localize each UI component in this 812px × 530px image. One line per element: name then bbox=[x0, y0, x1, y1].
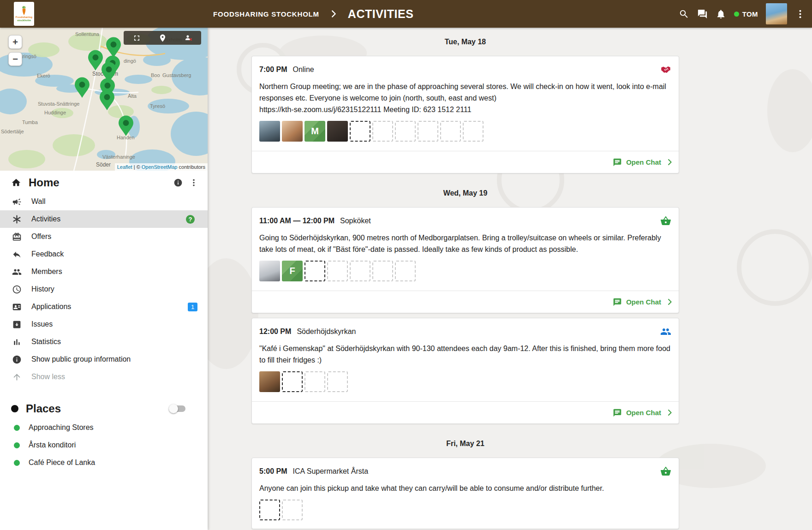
app-root: Foodsharing stockholm FOODSHARING STOCKH… bbox=[0, 0, 812, 530]
place-status-dot bbox=[14, 460, 20, 466]
sidebar-item-label: Issues bbox=[31, 320, 53, 328]
activity-description: Going to Söderhöjdskyrkan, 900 metres no… bbox=[252, 226, 679, 255]
map-label: Huddinge bbox=[44, 110, 66, 115]
people-icon bbox=[12, 267, 23, 277]
app-logo[interactable]: Foodsharing stockholm bbox=[14, 2, 34, 26]
sidebar-item-feedback[interactable]: Feedback bbox=[0, 245, 208, 263]
map-user-marker-button[interactable] bbox=[184, 34, 193, 42]
empty-slot[interactable] bbox=[372, 121, 393, 142]
join-slot[interactable] bbox=[350, 121, 370, 142]
empty-slot[interactable] bbox=[350, 261, 370, 281]
map-toolbar bbox=[124, 31, 201, 45]
participant-avatar-initial[interactable]: M bbox=[304, 121, 325, 142]
places-title: Places bbox=[26, 402, 61, 415]
sidebar-item-statistics[interactable]: Statistics bbox=[0, 333, 208, 351]
map-attribution: Leaflet | © OpenStreetMap contributors bbox=[115, 163, 208, 171]
search-button[interactable] bbox=[679, 9, 689, 19]
empty-slot[interactable] bbox=[418, 121, 438, 142]
empty-slot[interactable] bbox=[327, 371, 348, 392]
date-header: Wed, May 19 bbox=[251, 189, 679, 197]
participant-avatar[interactable] bbox=[259, 121, 280, 142]
open-chat-button[interactable]: Open Chat bbox=[613, 298, 674, 307]
participant-slots bbox=[252, 366, 679, 400]
sidebar-item-history[interactable]: History bbox=[0, 280, 208, 298]
sidebar-item-issues[interactable]: Issues bbox=[0, 316, 208, 333]
place-label: Approaching Stores bbox=[29, 423, 94, 432]
join-slot[interactable] bbox=[282, 371, 303, 392]
leaflet-link[interactable]: Leaflet bbox=[117, 164, 132, 170]
open-chat-label: Open Chat bbox=[626, 158, 661, 166]
sidebar-item-show-less[interactable]: Show less bbox=[0, 368, 208, 386]
user-avatar[interactable] bbox=[766, 3, 787, 24]
join-slot[interactable] bbox=[304, 261, 325, 281]
sidebar-item-activities[interactable]: Activities ? bbox=[0, 210, 208, 228]
place-item-arsta-konditori[interactable]: Årsta konditori bbox=[0, 436, 208, 454]
zoom-out-button[interactable]: − bbox=[8, 52, 22, 66]
chevron-right-icon bbox=[665, 408, 674, 417]
sidebar-item-applications[interactable]: Applications 1 bbox=[0, 298, 208, 316]
sidebar-item-label: Activities bbox=[31, 215, 60, 223]
empty-slot[interactable] bbox=[395, 261, 416, 281]
sidebar-item-wall[interactable]: Wall bbox=[0, 193, 208, 210]
map-marker-toggle-button[interactable] bbox=[158, 34, 167, 42]
participant-slots: F bbox=[252, 255, 679, 290]
group-name-link[interactable]: FOODSHARING STOCKHOLM bbox=[213, 10, 319, 18]
activity-time: 11:00 AM — 12:00 PM bbox=[259, 217, 334, 225]
participant-avatar[interactable] bbox=[259, 261, 280, 281]
empty-slot[interactable] bbox=[327, 261, 348, 281]
dots-vertical-icon bbox=[795, 9, 806, 19]
open-chat-button[interactable]: Open Chat bbox=[613, 158, 674, 167]
sidebar-item-offers[interactable]: Offers bbox=[0, 228, 208, 245]
empty-slot[interactable] bbox=[282, 500, 303, 520]
sidebar-item-label: Show less bbox=[31, 373, 65, 381]
notifications-button[interactable] bbox=[716, 9, 726, 19]
activity-place: Online bbox=[293, 66, 314, 74]
overflow-menu-button[interactable] bbox=[795, 9, 806, 19]
bell-icon bbox=[716, 9, 726, 19]
zoom-in-button[interactable]: + bbox=[8, 35, 22, 49]
place-item-cafe-piece-of-lanka[interactable]: Café Piece of Lanka bbox=[0, 454, 208, 471]
activity-time: 12:00 PM bbox=[259, 328, 291, 336]
place-item-approaching-stores[interactable]: Approaching Stores bbox=[0, 419, 208, 436]
sidebar-item-label: Show public group information bbox=[31, 355, 131, 363]
map-label: Södertälje bbox=[1, 129, 24, 134]
help-badge[interactable]: ? bbox=[186, 215, 195, 224]
empty-slot[interactable] bbox=[395, 121, 416, 142]
sidebar-item-label: Wall bbox=[31, 197, 46, 206]
sidebar-item-members[interactable]: Members bbox=[0, 263, 208, 280]
empty-slot[interactable] bbox=[304, 371, 325, 392]
participant-avatar[interactable] bbox=[259, 371, 280, 392]
join-slot[interactable] bbox=[259, 500, 280, 520]
chat-icon bbox=[613, 158, 622, 167]
participant-avatar[interactable] bbox=[327, 121, 348, 142]
empty-slot[interactable] bbox=[463, 121, 484, 142]
open-chat-button[interactable]: Open Chat bbox=[613, 408, 674, 417]
activities-feed: Tue, May 18 7:00 PM Online Northern Grou… bbox=[208, 28, 812, 530]
group-options-button[interactable] bbox=[189, 178, 198, 187]
messages-button[interactable] bbox=[697, 9, 708, 19]
map-fullscreen-button[interactable] bbox=[132, 34, 141, 42]
empty-slot[interactable] bbox=[440, 121, 461, 142]
activity-header: 5:00 PM ICA Supermarket Årsta bbox=[252, 458, 679, 477]
reply-icon bbox=[12, 250, 23, 259]
topbar: Foodsharing stockholm FOODSHARING STOCKH… bbox=[0, 0, 812, 28]
page-title: ACTIVITIES bbox=[348, 7, 414, 21]
user-menu[interactable]: TOM bbox=[734, 10, 758, 18]
group-info-button[interactable] bbox=[173, 178, 183, 187]
osm-link[interactable]: OpenStreetMap bbox=[142, 164, 178, 170]
participant-avatar[interactable] bbox=[282, 121, 303, 142]
empty-slot[interactable] bbox=[372, 261, 393, 281]
asterisk-icon bbox=[12, 214, 23, 224]
arrow-up-icon bbox=[12, 372, 23, 382]
carrot-logo-icon bbox=[19, 6, 29, 16]
places-toggle[interactable] bbox=[170, 405, 185, 412]
activity-card: 7:00 PM Online Northern Group meeting; w… bbox=[251, 56, 679, 173]
activity-time: 7:00 PM bbox=[259, 66, 287, 74]
handshake-icon bbox=[660, 64, 671, 75]
map-label: Söder bbox=[96, 161, 111, 168]
places-icon bbox=[11, 405, 18, 412]
participant-avatar-initial[interactable]: F bbox=[282, 261, 303, 281]
map[interactable]: Sollentuna Vaxholm Färingsö dingö Ekerö … bbox=[0, 28, 208, 171]
bar-chart-icon bbox=[12, 337, 23, 347]
sidebar-item-show-public-info[interactable]: Show public group information bbox=[0, 351, 208, 368]
